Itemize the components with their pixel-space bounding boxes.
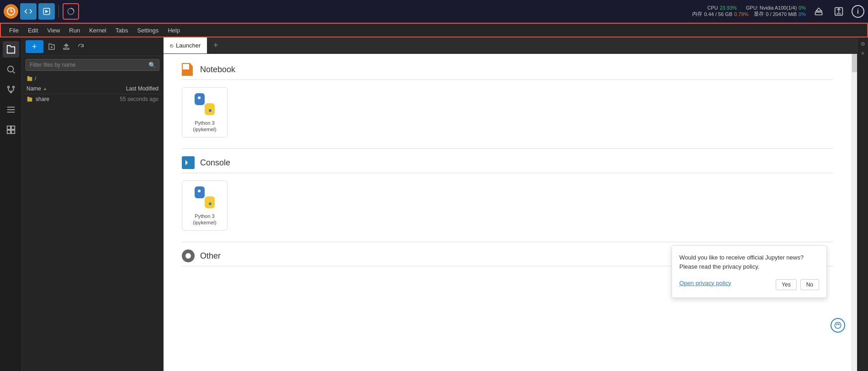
notebook-section-title: Notebook: [182, 63, 833, 80]
mem-value: 0.44 / 56 GB: [704, 11, 732, 17]
activity-git[interactable]: [3, 81, 19, 98]
menu-view[interactable]: View: [42, 25, 64, 36]
system-stats: CPU 23.93% GPU: Nvidia A100(1/4) 0% 内存 0…: [692, 4, 864, 19]
python-logo: [193, 92, 217, 116]
notebook-kernel-label: Python 3(ipykernel): [193, 120, 216, 133]
col-modified-header[interactable]: Last Modified: [95, 85, 159, 92]
notification-text: Would you like to receive official Jupyt…: [679, 253, 819, 271]
search-icon: 🔍: [148, 62, 156, 69]
file-modified-cell: 55 seconds ago: [95, 96, 159, 102]
mem-pct: 0.79%: [734, 11, 748, 17]
svg-rect-3: [815, 12, 822, 15]
yes-button[interactable]: Yes: [776, 279, 797, 290]
gpu-value: 0%: [799, 5, 806, 11]
svg-point-6: [7, 86, 9, 88]
svg-point-26: [198, 190, 201, 192]
menu-bar: File Edit View Run Kernel Tabs Settings …: [0, 23, 868, 37]
activity-files[interactable]: [3, 41, 19, 58]
icon-spinner[interactable]: [63, 3, 79, 20]
notification-actions: Yes No: [776, 279, 819, 290]
console-kernel-label: Python 3(ipykernel): [193, 213, 216, 226]
console-section-title: Console: [182, 156, 833, 173]
activity-search[interactable]: [3, 61, 19, 78]
console-title: Console: [200, 158, 230, 168]
scrollbar-thumb[interactable]: [852, 54, 857, 72]
privacy-policy-link[interactable]: Open privacy policy: [679, 280, 731, 286]
table-row[interactable]: share 55 seconds ago: [22, 94, 163, 104]
right-panel-icon[interactable]: ≡: [858, 48, 868, 58]
activity-extensions[interactable]: [3, 122, 19, 138]
path-row: /: [22, 74, 163, 84]
icon-code[interactable]: [20, 3, 37, 20]
top-bar: CPU 23.93% GPU: Nvidia A100(1/4) 0% 内存 0…: [0, 0, 868, 23]
file-name-cell: share: [26, 96, 95, 102]
vram-value: 0 / 20470 MiB: [766, 11, 797, 17]
content-area: ⎋ Launcher + Notebook: [164, 37, 857, 371]
content-scrollbar[interactable]: [852, 54, 857, 371]
tab-launcher[interactable]: ⎋ Launcher: [164, 37, 207, 53]
upload-button[interactable]: [60, 40, 73, 53]
menu-tabs[interactable]: Tabs: [111, 25, 132, 36]
svg-rect-25: [205, 196, 215, 208]
notebook-python3-card[interactable]: Python 3(ipykernel): [182, 87, 228, 138]
svg-point-23: [209, 109, 212, 112]
download-icon[interactable]: [831, 4, 846, 19]
col-name-header[interactable]: Name ▲: [26, 85, 95, 92]
other-icon: [182, 249, 195, 262]
menu-kernel[interactable]: Kernel: [85, 25, 111, 36]
python-logo-2: [193, 186, 217, 209]
menu-file[interactable]: File: [5, 25, 23, 36]
svg-point-29: [835, 322, 841, 329]
svg-rect-14: [7, 130, 10, 133]
main-layout: + 🔍 / Name ▲: [0, 37, 868, 371]
new-folder-button[interactable]: [45, 40, 58, 53]
notebook-icon: [182, 63, 195, 76]
divider: [58, 5, 59, 18]
file-table: Name ▲ Last Modified share 55 seconds ag…: [22, 84, 163, 371]
console-kernels: Python 3(ipykernel): [182, 180, 833, 231]
filter-box: 🔍: [26, 59, 159, 71]
file-browser: + 🔍 / Name ▲: [22, 37, 164, 371]
cpu-stats: CPU 23.93% GPU: Nvidia A100(1/4) 0% 内存 0…: [692, 5, 806, 17]
console-python3-card[interactable]: Python 3(ipykernel): [182, 180, 228, 231]
notebook-title: Notebook: [200, 65, 235, 74]
vram-pct: 0%: [799, 11, 806, 17]
svg-point-22: [198, 96, 201, 99]
svg-rect-13: [11, 126, 14, 129]
menu-edit[interactable]: Edit: [23, 25, 42, 36]
menu-settings[interactable]: Settings: [132, 25, 163, 36]
current-path: /: [35, 75, 36, 82]
right-sidebar: ⚙ ≡: [857, 37, 868, 371]
tab-icon: ⎋: [170, 42, 173, 49]
cpu-value: 23.93%: [720, 5, 737, 11]
console-icon: [182, 156, 195, 169]
other-title: Other: [200, 251, 221, 261]
new-button[interactable]: +: [26, 40, 43, 53]
sort-icon: ▲: [43, 86, 47, 91]
tab-label: Launcher: [176, 42, 201, 49]
gpu-label: GPU: Nvidia A100(1/4): [746, 5, 797, 11]
svg-point-5: [7, 66, 13, 72]
menu-help[interactable]: Help: [163, 25, 185, 36]
icon-vscode[interactable]: [38, 3, 55, 20]
no-button[interactable]: No: [800, 279, 819, 290]
menu-run[interactable]: Run: [64, 25, 85, 36]
right-settings-icon[interactable]: ⚙: [858, 39, 868, 48]
file-name: share: [36, 96, 49, 102]
activity-list[interactable]: [3, 101, 19, 118]
file-table-header: Name ▲ Last Modified: [22, 84, 163, 94]
notification-popup: Would you like to receive official Jupyt…: [672, 245, 827, 298]
activity-bar: [0, 37, 22, 371]
folder-icon: [26, 96, 33, 102]
tab-add-button[interactable]: +: [207, 37, 224, 54]
svg-rect-15: [11, 130, 14, 133]
info-icon[interactable]: i: [852, 5, 864, 18]
jupyter-circle-icon[interactable]: [831, 318, 845, 333]
cpu-label: CPU: [707, 5, 718, 11]
filter-input[interactable]: [26, 59, 159, 71]
upload-icon[interactable]: [811, 4, 826, 19]
svg-rect-20: [195, 93, 205, 105]
svg-rect-19: [64, 48, 69, 49]
refresh-button[interactable]: [74, 40, 87, 53]
svg-point-7: [12, 86, 14, 88]
